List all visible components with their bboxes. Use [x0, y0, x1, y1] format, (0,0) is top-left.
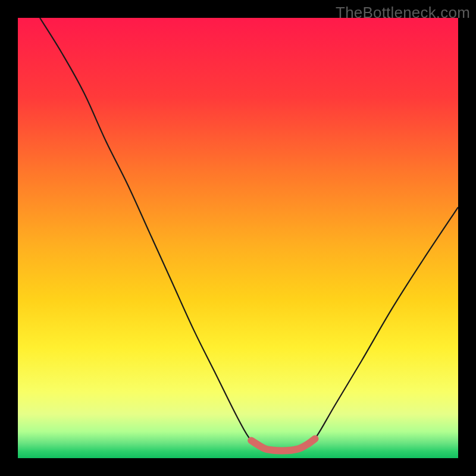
plot-frame: [18, 18, 458, 458]
bottleneck-chart: [18, 18, 458, 458]
chart-background: [18, 18, 458, 458]
root: TheBottleneck.com: [0, 0, 476, 476]
